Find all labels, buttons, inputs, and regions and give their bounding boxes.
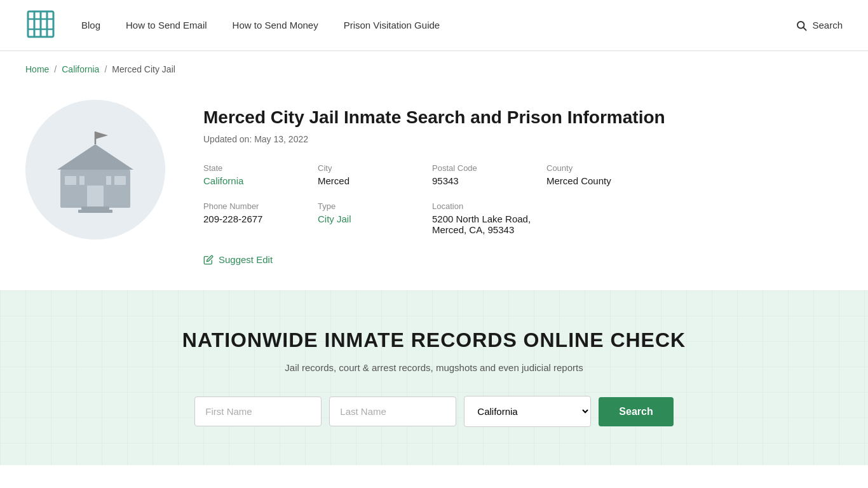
type-label: Type — [318, 201, 432, 211]
state-label: State — [203, 163, 318, 173]
city-label: City — [318, 163, 432, 173]
city-block: City Merced — [318, 163, 432, 186]
state-block: State California — [203, 163, 318, 186]
type-block: Type City Jail — [318, 201, 432, 235]
first-name-input[interactable] — [194, 396, 322, 426]
county-value: Merced County — [546, 175, 737, 186]
type-value[interactable]: City Jail — [318, 214, 432, 224]
last-name-input[interactable] — [329, 396, 456, 426]
svg-rect-15 — [79, 176, 85, 185]
svg-rect-16 — [106, 176, 111, 185]
jail-info: Merced City Jail Inmate Search and Priso… — [203, 100, 737, 265]
breadcrumb-sep-1: / — [54, 64, 57, 74]
breadcrumb: Home / California / Merced City Jail — [0, 51, 868, 87]
svg-rect-19 — [78, 210, 112, 213]
county-label: County — [546, 163, 737, 173]
svg-rect-13 — [87, 186, 104, 208]
header-search[interactable]: Search — [796, 20, 843, 31]
postal-label: Postal Code — [432, 163, 546, 173]
jail-building-icon — [44, 125, 146, 214]
breadcrumb-sep-2: / — [104, 64, 107, 74]
postal-value: 95343 — [432, 175, 546, 186]
location-block: Location 5200 North Lake Road, Merced, C… — [432, 201, 737, 235]
updated-date: Updated on: May 13, 2022 — [203, 134, 737, 144]
state-select[interactable]: AlabamaAlaskaArizonaArkansasCaliforniaCo… — [464, 396, 591, 427]
breadcrumb-california[interactable]: California — [62, 64, 99, 74]
breadcrumb-home[interactable]: Home — [25, 64, 49, 74]
nav-prison-visitation-guide[interactable]: Prison Visitation Guide — [344, 20, 440, 30]
site-logo[interactable] — [25, 9, 56, 42]
svg-rect-10 — [83, 157, 108, 170]
inmate-search-form: AlabamaAlaskaArizonaArkansasCaliforniaCo… — [25, 396, 843, 427]
site-header: Blog How to Send Email How to Send Money… — [0, 0, 868, 51]
svg-rect-18 — [81, 207, 109, 210]
city-value: Merced — [318, 175, 432, 186]
svg-line-7 — [804, 27, 806, 30]
phone-value: 209-228-2677 — [203, 214, 318, 224]
nav-how-to-send-money[interactable]: How to Send Money — [233, 20, 318, 30]
phone-block: Phone Number 209-228-2677 — [203, 201, 318, 235]
search-icon — [796, 20, 807, 31]
pencil-icon — [203, 255, 214, 265]
nav-blog[interactable]: Blog — [81, 20, 100, 30]
suggest-edit-link[interactable]: Suggest Edit — [203, 254, 737, 265]
jail-title: Merced City Jail Inmate Search and Priso… — [203, 106, 737, 129]
breadcrumb-current: Merced City Jail — [112, 64, 175, 74]
nationwide-section: NATIONWIDE INMATE RECORDS ONLINE CHECK J… — [0, 290, 868, 465]
nationwide-subtitle: Jail records, court & arrest records, mu… — [25, 362, 843, 373]
postal-block: Postal Code 95343 — [432, 163, 546, 186]
main-content: Merced City Jail Inmate Search and Priso… — [0, 87, 763, 290]
location-label: Location — [432, 201, 737, 211]
location-value-line1: 5200 North Lake Road, — [432, 214, 737, 224]
header-search-label[interactable]: Search — [812, 20, 843, 30]
suggest-edit-label: Suggest Edit — [219, 254, 273, 265]
svg-marker-12 — [95, 132, 108, 139]
jail-image — [25, 100, 165, 240]
nationwide-title: NATIONWIDE INMATE RECORDS ONLINE CHECK — [25, 329, 843, 352]
inmate-search-button[interactable]: Search — [599, 397, 673, 426]
location-value-line2: Merced, CA, 95343 — [432, 224, 737, 235]
jail-details-grid: State California City Merced Postal Code… — [203, 163, 737, 235]
main-nav: Blog How to Send Email How to Send Money… — [81, 20, 796, 30]
phone-label: Phone Number — [203, 201, 318, 211]
svg-rect-14 — [65, 176, 76, 185]
county-block: County Merced County — [546, 163, 737, 186]
state-value[interactable]: California — [203, 175, 318, 186]
svg-rect-17 — [114, 176, 126, 185]
nav-how-to-send-email[interactable]: How to Send Email — [126, 20, 207, 30]
